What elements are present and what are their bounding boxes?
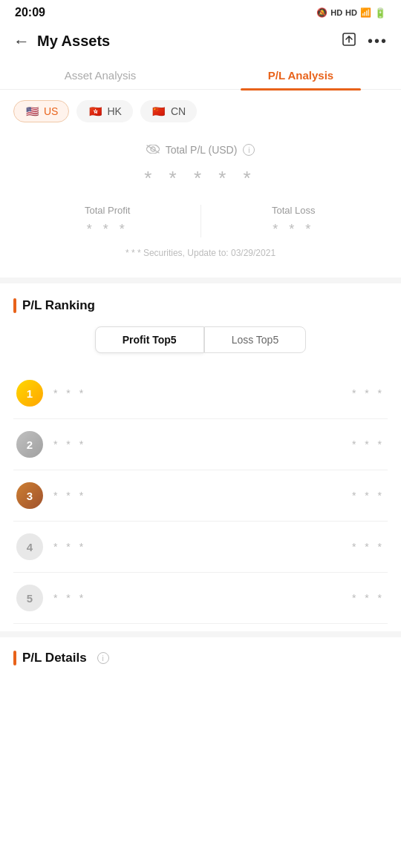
tab-bar: Asset Analysis P/L Analysis — [0, 60, 401, 90]
page-title: My Assets — [37, 33, 341, 50]
us-flag-icon: 🇺🇸 — [25, 106, 39, 116]
rank-2-name: * * * — [53, 438, 352, 450]
signal-icon-1: HD — [330, 8, 342, 17]
rank-2-value: * * * — [352, 438, 385, 450]
market-btn-cn[interactable]: 🇨🇳 CN — [140, 100, 197, 122]
market-btn-us[interactable]: 🇺🇸 US — [13, 100, 69, 122]
total-loss-value: * * * — [216, 222, 372, 237]
pl-label-row: Total P/L (USD) i — [15, 143, 386, 157]
pl-info-icon[interactable]: i — [243, 144, 255, 156]
rank-1-value: * * * — [352, 387, 385, 399]
rank-4-value: * * * — [352, 541, 385, 553]
ranking-section-header: P/L Ranking — [13, 298, 388, 313]
market-btn-hk[interactable]: 🇭🇰 HK — [76, 100, 132, 122]
hk-label: HK — [107, 105, 121, 117]
rank-4-name: * * * — [53, 541, 352, 553]
signal-icon-2: HD — [345, 8, 357, 17]
total-loss-section: Total Loss * * * — [201, 205, 387, 237]
rank-badge-4: 4 — [16, 533, 43, 560]
pl-details-info-icon[interactable]: i — [97, 652, 109, 664]
tab-asset-analysis[interactable]: Asset Analysis — [0, 60, 200, 89]
rank-badge-2: 2 — [16, 431, 43, 458]
pl-note: * * * Securities, Update to: 03/29/2021 — [15, 248, 386, 258]
us-label: US — [44, 105, 58, 117]
total-profit-section: Total Profit * * * — [15, 205, 201, 237]
table-row: 1 * * * * * * — [13, 368, 388, 419]
mute-icon: 🔕 — [316, 7, 327, 18]
pl-summary: Total P/L (USD) i * * * * * Total Profit… — [0, 130, 401, 270]
status-icons: 🔕 HD HD 📶 🔋 — [316, 7, 386, 19]
rank-1-name: * * * — [53, 387, 352, 399]
pl-masked-value: * * * * * — [15, 167, 386, 190]
table-row: 5 * * * * * * — [13, 573, 388, 624]
header-actions: ••• — [341, 31, 388, 51]
more-button[interactable]: ••• — [368, 33, 388, 50]
toggle-group: Profit Top5 Loss Top5 — [13, 326, 388, 353]
pl-details-section: P/L Details i — [0, 631, 401, 673]
battery-icon: 🔋 — [374, 7, 386, 19]
status-time: 20:09 — [15, 6, 45, 19]
market-filter: 🇺🇸 US 🇭🇰 HK 🇨🇳 CN — [0, 90, 401, 130]
rank-5-value: * * * — [352, 592, 385, 604]
eye-icon[interactable] — [146, 143, 160, 157]
ranking-list: 1 * * * * * * 2 * * * * * * 3 * * * * * … — [13, 368, 388, 624]
tab-pl-analysis[interactable]: P/L Analysis — [200, 60, 401, 89]
rank-5-name: * * * — [53, 592, 352, 604]
wifi-icon: 📶 — [360, 7, 371, 18]
rank-3-value: * * * — [352, 490, 385, 502]
rank-badge-1: 1 — [16, 380, 43, 407]
cn-label: CN — [171, 105, 186, 117]
section-divider-1 — [0, 277, 401, 283]
back-button[interactable]: ← — [13, 32, 30, 51]
loss-top5-button[interactable]: Loss Top5 — [204, 326, 307, 353]
status-bar: 20:09 🔕 HD HD 📶 🔋 — [0, 0, 401, 24]
hk-flag-icon: 🇭🇰 — [88, 106, 102, 116]
pl-details-title: P/L Details — [22, 651, 87, 665]
cn-flag-icon: 🇨🇳 — [151, 106, 166, 116]
ranking-section-title: P/L Ranking — [22, 298, 95, 313]
rank-3-name: * * * — [53, 490, 352, 502]
table-row: 3 * * * * * * — [13, 470, 388, 522]
ranking-section: P/L Ranking Profit Top5 Loss Top5 1 * * … — [0, 283, 401, 631]
header: ← My Assets ••• — [0, 24, 401, 60]
total-loss-label: Total Loss — [216, 205, 372, 216]
profit-top5-button[interactable]: Profit Top5 — [95, 326, 204, 353]
pl-breakdown: Total Profit * * * Total Loss * * * — [15, 205, 386, 237]
table-row: 2 * * * * * * — [13, 419, 388, 470]
rank-badge-5: 5 — [16, 585, 43, 611]
rank-badge-3: 3 — [16, 482, 43, 509]
export-button[interactable] — [341, 31, 357, 51]
table-row: 4 * * * * * * — [13, 522, 388, 573]
total-profit-value: * * * — [30, 222, 186, 237]
total-profit-label: Total Profit — [30, 205, 186, 216]
pl-label-text: Total P/L (USD) — [166, 144, 238, 156]
section-accent-bar — [13, 298, 16, 313]
details-accent-bar — [13, 651, 16, 665]
